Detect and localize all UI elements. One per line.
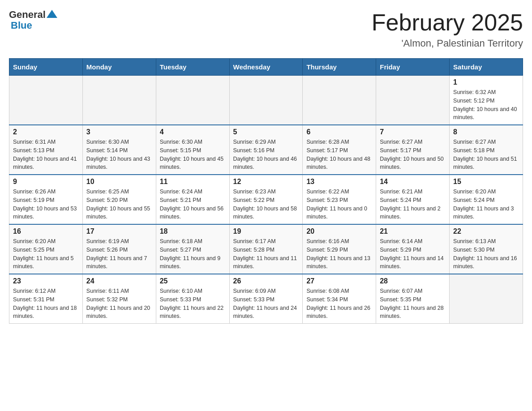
day-info: Sunrise: 6:24 AMSunset: 5:21 PMDaylight:… [160, 188, 226, 221]
table-row: 18Sunrise: 6:18 AMSunset: 5:27 PMDayligh… [156, 224, 229, 274]
day-info: Sunrise: 6:20 AMSunset: 5:24 PMDaylight:… [453, 188, 519, 221]
day-number: 9 [13, 178, 79, 186]
day-number: 11 [160, 178, 226, 186]
logo-triangle-icon [47, 10, 57, 18]
day-info: Sunrise: 6:25 AMSunset: 5:20 PMDaylight:… [86, 188, 152, 221]
table-row: 16Sunrise: 6:20 AMSunset: 5:25 PMDayligh… [9, 224, 83, 274]
table-row: 12Sunrise: 6:23 AMSunset: 5:22 PMDayligh… [229, 175, 303, 224]
day-info: Sunrise: 6:08 AMSunset: 5:34 PMDaylight:… [306, 287, 372, 321]
col-tuesday: Tuesday [156, 59, 229, 76]
table-row: 25Sunrise: 6:10 AMSunset: 5:33 PMDayligh… [156, 274, 229, 324]
day-number: 5 [233, 128, 299, 136]
table-row [156, 76, 229, 125]
col-thursday: Thursday [303, 59, 376, 76]
day-info: Sunrise: 6:12 AMSunset: 5:31 PMDaylight:… [13, 287, 79, 321]
table-row [9, 76, 83, 125]
calendar-week-row: 23Sunrise: 6:12 AMSunset: 5:31 PMDayligh… [9, 274, 523, 324]
table-row: 28Sunrise: 6:07 AMSunset: 5:35 PMDayligh… [376, 274, 450, 324]
table-row: 2Sunrise: 6:31 AMSunset: 5:13 PMDaylight… [9, 125, 83, 175]
table-row [376, 76, 450, 125]
col-friday: Friday [376, 59, 450, 76]
day-number: 12 [233, 178, 299, 186]
table-row: 11Sunrise: 6:24 AMSunset: 5:21 PMDayligh… [156, 175, 229, 224]
day-number: 27 [306, 277, 372, 285]
day-number: 6 [306, 128, 372, 136]
day-number: 21 [380, 227, 446, 235]
table-row [303, 76, 376, 125]
table-row: 14Sunrise: 6:21 AMSunset: 5:24 PMDayligh… [376, 175, 450, 224]
day-info: Sunrise: 6:11 AMSunset: 5:32 PMDaylight:… [86, 287, 152, 321]
day-number: 10 [86, 178, 152, 186]
day-info: Sunrise: 6:30 AMSunset: 5:14 PMDaylight:… [86, 138, 152, 171]
day-number: 15 [453, 178, 519, 186]
title-section: February 2025 'Almon, Palestinian Territ… [372, 9, 523, 49]
calendar-week-row: 1Sunrise: 6:32 AMSunset: 5:12 PMDaylight… [9, 76, 523, 125]
logo-general-text: General [9, 9, 46, 21]
table-row: 13Sunrise: 6:22 AMSunset: 5:23 PMDayligh… [303, 175, 376, 224]
col-saturday: Saturday [450, 59, 523, 76]
logo: General Blue [9, 9, 57, 31]
logo-blue-text: Blue [11, 20, 32, 31]
table-row: 6Sunrise: 6:28 AMSunset: 5:17 PMDaylight… [303, 125, 376, 175]
day-number: 25 [160, 277, 226, 285]
table-row: 24Sunrise: 6:11 AMSunset: 5:32 PMDayligh… [82, 274, 156, 324]
table-row: 9Sunrise: 6:26 AMSunset: 5:19 PMDaylight… [9, 175, 83, 224]
table-row [229, 76, 303, 125]
day-info: Sunrise: 6:32 AMSunset: 5:12 PMDaylight:… [453, 88, 519, 122]
day-number: 20 [306, 227, 372, 235]
day-number: 22 [453, 227, 519, 235]
table-row: 10Sunrise: 6:25 AMSunset: 5:20 PMDayligh… [82, 175, 156, 224]
day-info: Sunrise: 6:21 AMSunset: 5:24 PMDaylight:… [380, 188, 446, 221]
day-number: 23 [13, 277, 79, 285]
table-row [82, 76, 156, 125]
table-row: 27Sunrise: 6:08 AMSunset: 5:34 PMDayligh… [303, 274, 376, 324]
day-info: Sunrise: 6:27 AMSunset: 5:18 PMDaylight:… [453, 138, 519, 171]
day-info: Sunrise: 6:17 AMSunset: 5:28 PMDaylight:… [233, 237, 299, 271]
table-row [450, 274, 523, 324]
day-info: Sunrise: 6:10 AMSunset: 5:33 PMDaylight:… [160, 287, 226, 321]
table-row: 15Sunrise: 6:20 AMSunset: 5:24 PMDayligh… [450, 175, 523, 224]
day-info: Sunrise: 6:28 AMSunset: 5:17 PMDaylight:… [306, 138, 372, 171]
calendar-header-row: Sunday Monday Tuesday Wednesday Thursday… [9, 59, 523, 76]
table-row: 1Sunrise: 6:32 AMSunset: 5:12 PMDaylight… [450, 76, 523, 125]
day-number: 8 [453, 128, 519, 136]
table-row: 5Sunrise: 6:29 AMSunset: 5:16 PMDaylight… [229, 125, 303, 175]
location-subtitle: 'Almon, Palestinian Territory [372, 38, 523, 49]
day-number: 26 [233, 277, 299, 285]
day-number: 1 [453, 78, 519, 86]
day-info: Sunrise: 6:13 AMSunset: 5:30 PMDaylight:… [453, 237, 519, 271]
day-number: 3 [86, 128, 152, 136]
day-info: Sunrise: 6:09 AMSunset: 5:33 PMDaylight:… [233, 287, 299, 321]
day-number: 2 [13, 128, 79, 136]
calendar-week-row: 9Sunrise: 6:26 AMSunset: 5:19 PMDaylight… [9, 175, 523, 224]
table-row: 8Sunrise: 6:27 AMSunset: 5:18 PMDaylight… [450, 125, 523, 175]
day-number: 7 [380, 128, 446, 136]
table-row: 20Sunrise: 6:16 AMSunset: 5:29 PMDayligh… [303, 224, 376, 274]
table-row: 7Sunrise: 6:27 AMSunset: 5:17 PMDaylight… [376, 125, 450, 175]
table-row: 23Sunrise: 6:12 AMSunset: 5:31 PMDayligh… [9, 274, 83, 324]
day-number: 19 [233, 227, 299, 235]
day-info: Sunrise: 6:23 AMSunset: 5:22 PMDaylight:… [233, 188, 299, 221]
table-row: 4Sunrise: 6:30 AMSunset: 5:15 PMDaylight… [156, 125, 229, 175]
col-sunday: Sunday [9, 59, 83, 76]
day-info: Sunrise: 6:29 AMSunset: 5:16 PMDaylight:… [233, 138, 299, 171]
day-number: 16 [13, 227, 79, 235]
calendar-table: Sunday Monday Tuesday Wednesday Thursday… [9, 58, 523, 324]
day-info: Sunrise: 6:14 AMSunset: 5:29 PMDaylight:… [380, 237, 446, 271]
day-number: 28 [380, 277, 446, 285]
day-info: Sunrise: 6:31 AMSunset: 5:13 PMDaylight:… [13, 138, 79, 171]
col-monday: Monday [82, 59, 156, 76]
day-number: 14 [380, 178, 446, 186]
table-row: 17Sunrise: 6:19 AMSunset: 5:26 PMDayligh… [82, 224, 156, 274]
day-info: Sunrise: 6:20 AMSunset: 5:25 PMDaylight:… [13, 237, 79, 271]
day-info: Sunrise: 6:18 AMSunset: 5:27 PMDaylight:… [160, 237, 226, 271]
day-info: Sunrise: 6:27 AMSunset: 5:17 PMDaylight:… [380, 138, 446, 171]
table-row: 21Sunrise: 6:14 AMSunset: 5:29 PMDayligh… [376, 224, 450, 274]
calendar-week-row: 2Sunrise: 6:31 AMSunset: 5:13 PMDaylight… [9, 125, 523, 175]
page-header: General Blue February 2025 'Almon, Pales… [9, 9, 523, 49]
day-info: Sunrise: 6:16 AMSunset: 5:29 PMDaylight:… [306, 237, 372, 271]
table-row: 19Sunrise: 6:17 AMSunset: 5:28 PMDayligh… [229, 224, 303, 274]
day-info: Sunrise: 6:26 AMSunset: 5:19 PMDaylight:… [13, 188, 79, 221]
day-info: Sunrise: 6:22 AMSunset: 5:23 PMDaylight:… [306, 188, 372, 221]
col-wednesday: Wednesday [229, 59, 303, 76]
